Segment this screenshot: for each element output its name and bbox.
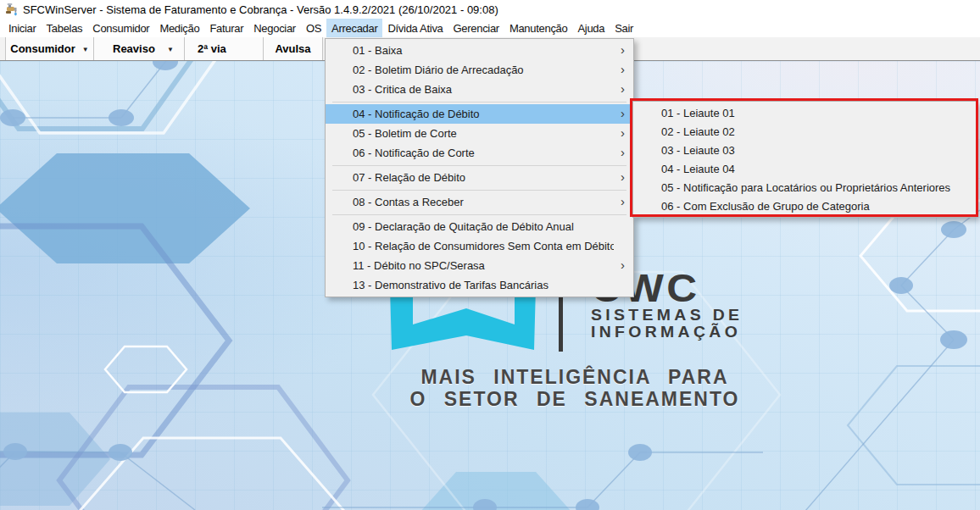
dropdown-arrow-icon: ▼ [167, 46, 174, 53]
menu-item-label: 04 - Notificação de Débito [353, 108, 614, 120]
menubar-item[interactable]: OS [301, 19, 326, 37]
submenu-arrow-icon: › [621, 170, 625, 183]
toolbar-button[interactable]: Consumidor ▼ [6, 37, 94, 60]
toolbar-button[interactable]: Avulsa ▼ [264, 37, 323, 60]
menubar-item[interactable]: Iniciar [3, 19, 42, 37]
toolbar-button[interactable]: Reaviso ▼ [94, 37, 185, 60]
menu-item-label: 06 - Notificação de Corte [353, 147, 614, 159]
menu-item[interactable]: 09 - Declaração de Quitação de Débito An… [326, 217, 633, 236]
menu-item[interactable]: 06 - Notificação de Corte › [326, 143, 633, 163]
submenu-arrow-icon: › [621, 63, 625, 75]
menubar-item[interactable]: Arrecadar [326, 19, 382, 37]
menu-item-label: 09 - Declaração de Quitação de Débito An… [353, 220, 614, 233]
menubar-item[interactable]: Ajuda [572, 19, 610, 37]
tagline-line1: MAIS INTELIGÊNCIA PARA [380, 366, 770, 388]
menu-item-label: 03 - Critica de Baixa [353, 83, 614, 96]
menubar-item[interactable]: Manutenção [504, 19, 573, 37]
menu-item-label: 08 - Contas a Receber [353, 196, 614, 208]
menu-item[interactable]: 07 - Relação de Débito › [326, 168, 633, 187]
brand-subtitle-line2: INFORMAÇÃO [591, 324, 743, 341]
toolbar-buttons: Consumidor ▼ Reaviso ▼ 2ª via ▼ Avulsa ▼ [5, 37, 323, 60]
menu-item[interactable]: 03 - Critica de Baixa › [326, 80, 633, 99]
menu-item[interactable]: 05 - Boletim de Corte › [326, 124, 633, 143]
menubar-item[interactable]: Negociar [248, 19, 301, 37]
menu-item-label: 05 - Boletim de Corte [353, 127, 614, 140]
toolbar-button-label: Consumidor [10, 42, 75, 55]
menu-item-label: 13 - Demonstrativo de Tarifas Bancárias [353, 279, 614, 291]
submenu-arrow-icon: › [621, 195, 625, 208]
submenu-arrow-icon: › [621, 43, 625, 56]
toolbar-button-label: 2ª via [198, 42, 226, 55]
title-bar: SFCWinServer - Sistema de Faturamento e … [0, 0, 980, 19]
menu-item-label: 11 - Débito no SPC/Serasa [353, 259, 614, 272]
menu-item[interactable]: 08 - Contas a Receber › [326, 192, 633, 212]
submenu-arrow-icon: › [621, 82, 625, 95]
annotation-red-box [630, 98, 978, 217]
menubar-item[interactable]: Consumidor [87, 19, 154, 37]
menu-item[interactable]: 10 - Relação de Consumidores Sem Conta e… [326, 236, 633, 256]
dropdown-arrow-icon: ▼ [82, 46, 89, 53]
menubar-item[interactable]: Sair [610, 19, 638, 37]
toolbar-button-label: Reaviso [113, 42, 155, 55]
menubar-item[interactable]: Faturar [204, 19, 248, 37]
brand-tagline: MAIS INTELIGÊNCIA PARA O SETOR DE SANEAM… [380, 366, 770, 410]
menu-item[interactable]: 11 - Débito no SPC/Serasa › [326, 256, 633, 275]
menubar-item[interactable]: Tabelas [42, 19, 88, 37]
submenu-arrow-icon: › [621, 126, 625, 139]
menu-item[interactable]: 01 - Baixa › [326, 41, 633, 60]
menu-item-label: 07 - Relação de Débito [353, 171, 614, 184]
submenu-arrow-icon: › [621, 258, 625, 271]
window-title: SFCWinServer - Sistema de Faturamento e … [23, 3, 498, 16]
menubar-item[interactable]: Dívida Ativa [382, 19, 448, 37]
menu-item[interactable]: 02 - Boletim Diário de Arrecadação › [326, 60, 633, 80]
tagline-line2: O SETOR DE SANEAMENTO [380, 388, 770, 410]
menu-bar: Iniciar Tabelas Consumidor Medição Fatur… [0, 19, 980, 37]
menu-item-label: 10 - Relação de Consumidores Sem Conta e… [353, 240, 614, 252]
toolbar-button[interactable]: 2ª via ▼ [185, 37, 264, 60]
menu-item-label: 02 - Boletim Diário de Arrecadação [353, 64, 614, 76]
faucet-icon [4, 3, 18, 16]
menubar-item[interactable]: Medição [154, 19, 204, 37]
submenu-arrow-icon: › [621, 146, 625, 158]
menu-item[interactable]: 13 - Demonstrativo de Tarifas Bancárias … [326, 275, 633, 295]
menu-item[interactable]: 04 - Notificação de Débito › [326, 104, 633, 124]
menu-item-label: 01 - Baixa [353, 44, 614, 57]
submenu-arrow-icon: › [621, 107, 625, 119]
menubar-item[interactable]: Gerenciar [448, 19, 504, 37]
arrecadar-menu-popup: 01 - Baixa › 02 - Boletim Diário de Arre… [325, 38, 634, 297]
toolbar-button-label: Avulsa [275, 42, 310, 55]
brand-subtitle-line1: SISTEMAS DE [591, 307, 743, 324]
application-window: SFCWinServer - Sistema de Faturamento e … [0, 0, 980, 510]
